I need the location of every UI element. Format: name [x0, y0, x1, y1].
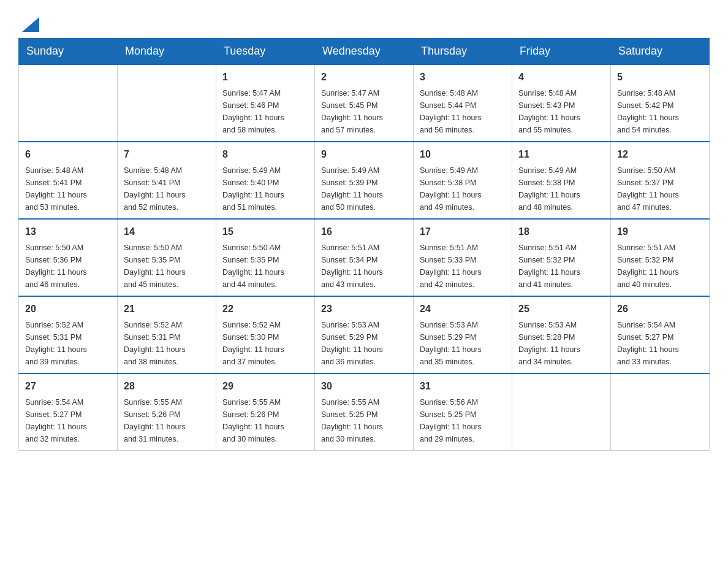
- day-number: 10: [420, 147, 506, 162]
- day-number: 19: [617, 224, 703, 239]
- day-number: 8: [222, 147, 308, 162]
- calendar-cell: 20Sunrise: 5:52 AM Sunset: 5:31 PM Dayli…: [19, 296, 118, 373]
- day-info: Sunrise: 5:50 AM Sunset: 5:35 PM Dayligh…: [124, 243, 186, 289]
- logo: [18, 12, 42, 32]
- day-info: Sunrise: 5:50 AM Sunset: 5:37 PM Dayligh…: [617, 166, 679, 212]
- day-info: Sunrise: 5:51 AM Sunset: 5:34 PM Dayligh…: [321, 243, 383, 289]
- day-number: 25: [518, 302, 604, 316]
- day-number: 18: [518, 224, 604, 239]
- day-info: Sunrise: 5:49 AM Sunset: 5:40 PM Dayligh…: [222, 166, 284, 212]
- day-info: Sunrise: 5:51 AM Sunset: 5:32 PM Dayligh…: [617, 243, 679, 289]
- day-number: 9: [321, 147, 407, 162]
- day-number: 4: [518, 70, 604, 85]
- day-number: 21: [124, 302, 210, 316]
- day-number: 24: [420, 302, 506, 316]
- calendar-cell: 21Sunrise: 5:52 AM Sunset: 5:31 PM Dayli…: [118, 296, 216, 373]
- day-number: 3: [420, 70, 506, 85]
- day-info: Sunrise: 5:55 AM Sunset: 5:26 PM Dayligh…: [124, 398, 186, 443]
- calendar-cell: 8Sunrise: 5:49 AM Sunset: 5:40 PM Daylig…: [216, 142, 315, 219]
- day-number: 5: [617, 70, 703, 85]
- calendar-cell: [611, 373, 710, 451]
- calendar-cell: 7Sunrise: 5:48 AM Sunset: 5:41 PM Daylig…: [118, 142, 216, 219]
- day-info: Sunrise: 5:47 AM Sunset: 5:45 PM Dayligh…: [321, 89, 383, 134]
- calendar-cell: 12Sunrise: 5:50 AM Sunset: 5:37 PM Dayli…: [611, 142, 710, 219]
- day-info: Sunrise: 5:48 AM Sunset: 5:42 PM Dayligh…: [617, 89, 679, 134]
- calendar-cell: [118, 64, 216, 142]
- day-info: Sunrise: 5:53 AM Sunset: 5:29 PM Dayligh…: [420, 321, 482, 366]
- day-number: 22: [222, 302, 308, 316]
- day-info: Sunrise: 5:49 AM Sunset: 5:38 PM Dayligh…: [518, 166, 580, 212]
- weekday-header-monday: Monday: [118, 39, 216, 65]
- calendar-cell: 25Sunrise: 5:53 AM Sunset: 5:28 PM Dayli…: [512, 296, 611, 373]
- calendar-cell: 16Sunrise: 5:51 AM Sunset: 5:34 PM Dayli…: [315, 219, 414, 296]
- weekday-header-friday: Friday: [512, 39, 611, 65]
- calendar-cell: 11Sunrise: 5:49 AM Sunset: 5:38 PM Dayli…: [512, 142, 611, 219]
- day-info: Sunrise: 5:48 AM Sunset: 5:43 PM Dayligh…: [518, 89, 580, 134]
- calendar-cell: 23Sunrise: 5:53 AM Sunset: 5:29 PM Dayli…: [315, 296, 414, 373]
- week-row-4: 20Sunrise: 5:52 AM Sunset: 5:31 PM Dayli…: [19, 296, 710, 373]
- day-number: 27: [25, 379, 111, 394]
- week-row-3: 13Sunrise: 5:50 AM Sunset: 5:36 PM Dayli…: [19, 219, 710, 296]
- calendar-cell: 1Sunrise: 5:47 AM Sunset: 5:46 PM Daylig…: [216, 64, 315, 142]
- day-number: 6: [25, 147, 111, 162]
- weekday-header-saturday: Saturday: [611, 39, 710, 65]
- day-number: 29: [222, 379, 308, 394]
- day-number: 2: [321, 70, 407, 85]
- weekday-header-row: SundayMondayTuesdayWednesdayThursdayFrid…: [19, 39, 710, 65]
- day-info: Sunrise: 5:50 AM Sunset: 5:36 PM Dayligh…: [25, 243, 87, 289]
- day-info: Sunrise: 5:52 AM Sunset: 5:30 PM Dayligh…: [222, 321, 284, 366]
- day-number: 12: [617, 147, 703, 162]
- calendar-cell: [512, 373, 611, 451]
- day-number: 30: [321, 379, 407, 394]
- calendar-cell: 10Sunrise: 5:49 AM Sunset: 5:38 PM Dayli…: [414, 142, 512, 219]
- day-info: Sunrise: 5:50 AM Sunset: 5:35 PM Dayligh…: [222, 243, 284, 289]
- calendar-cell: 4Sunrise: 5:48 AM Sunset: 5:43 PM Daylig…: [512, 64, 611, 142]
- day-info: Sunrise: 5:56 AM Sunset: 5:25 PM Dayligh…: [420, 398, 482, 443]
- day-info: Sunrise: 5:55 AM Sunset: 5:26 PM Dayligh…: [222, 398, 284, 443]
- day-number: 13: [25, 224, 111, 239]
- day-number: 20: [25, 302, 111, 316]
- calendar-cell: 29Sunrise: 5:55 AM Sunset: 5:26 PM Dayli…: [216, 373, 315, 451]
- calendar-cell: 9Sunrise: 5:49 AM Sunset: 5:39 PM Daylig…: [315, 142, 414, 219]
- calendar-cell: [19, 64, 118, 142]
- day-number: 23: [321, 302, 407, 316]
- day-info: Sunrise: 5:51 AM Sunset: 5:32 PM Dayligh…: [518, 243, 580, 289]
- logo-triangle-icon: [20, 12, 42, 34]
- day-info: Sunrise: 5:55 AM Sunset: 5:25 PM Dayligh…: [321, 398, 383, 443]
- day-number: 17: [420, 224, 506, 239]
- calendar-cell: 31Sunrise: 5:56 AM Sunset: 5:25 PM Dayli…: [414, 373, 512, 451]
- day-number: 14: [124, 224, 210, 239]
- day-info: Sunrise: 5:52 AM Sunset: 5:31 PM Dayligh…: [124, 321, 186, 366]
- calendar-cell: 5Sunrise: 5:48 AM Sunset: 5:42 PM Daylig…: [611, 64, 710, 142]
- calendar-cell: 17Sunrise: 5:51 AM Sunset: 5:33 PM Dayli…: [414, 219, 512, 296]
- calendar-cell: 3Sunrise: 5:48 AM Sunset: 5:44 PM Daylig…: [414, 64, 512, 142]
- day-info: Sunrise: 5:52 AM Sunset: 5:31 PM Dayligh…: [25, 321, 87, 366]
- day-number: 7: [124, 147, 210, 162]
- week-row-1: 1Sunrise: 5:47 AM Sunset: 5:46 PM Daylig…: [19, 64, 710, 142]
- calendar-cell: 6Sunrise: 5:48 AM Sunset: 5:41 PM Daylig…: [19, 142, 118, 219]
- weekday-header-tuesday: Tuesday: [216, 39, 315, 65]
- day-info: Sunrise: 5:53 AM Sunset: 5:28 PM Dayligh…: [518, 321, 580, 366]
- weekday-header-wednesday: Wednesday: [315, 39, 414, 65]
- weekday-header-thursday: Thursday: [414, 39, 512, 65]
- day-info: Sunrise: 5:49 AM Sunset: 5:39 PM Dayligh…: [321, 166, 383, 212]
- day-number: 16: [321, 224, 407, 239]
- day-info: Sunrise: 5:48 AM Sunset: 5:44 PM Dayligh…: [420, 89, 482, 134]
- day-info: Sunrise: 5:47 AM Sunset: 5:46 PM Dayligh…: [222, 89, 284, 134]
- week-row-2: 6Sunrise: 5:48 AM Sunset: 5:41 PM Daylig…: [19, 142, 710, 219]
- calendar-cell: 26Sunrise: 5:54 AM Sunset: 5:27 PM Dayli…: [611, 296, 710, 373]
- calendar-cell: 2Sunrise: 5:47 AM Sunset: 5:45 PM Daylig…: [315, 64, 414, 142]
- weekday-header-sunday: Sunday: [19, 39, 118, 65]
- calendar-cell: 19Sunrise: 5:51 AM Sunset: 5:32 PM Dayli…: [611, 219, 710, 296]
- day-number: 11: [518, 147, 604, 162]
- svg-marker-0: [22, 17, 39, 32]
- day-info: Sunrise: 5:54 AM Sunset: 5:27 PM Dayligh…: [617, 321, 679, 366]
- day-info: Sunrise: 5:49 AM Sunset: 5:38 PM Dayligh…: [420, 166, 482, 212]
- day-info: Sunrise: 5:53 AM Sunset: 5:29 PM Dayligh…: [321, 321, 383, 366]
- day-info: Sunrise: 5:54 AM Sunset: 5:27 PM Dayligh…: [25, 398, 87, 443]
- day-info: Sunrise: 5:48 AM Sunset: 5:41 PM Dayligh…: [124, 166, 186, 212]
- calendar-cell: 27Sunrise: 5:54 AM Sunset: 5:27 PM Dayli…: [19, 373, 118, 451]
- calendar-cell: 28Sunrise: 5:55 AM Sunset: 5:26 PM Dayli…: [118, 373, 216, 451]
- calendar-cell: 30Sunrise: 5:55 AM Sunset: 5:25 PM Dayli…: [315, 373, 414, 451]
- calendar-cell: 22Sunrise: 5:52 AM Sunset: 5:30 PM Dayli…: [216, 296, 315, 373]
